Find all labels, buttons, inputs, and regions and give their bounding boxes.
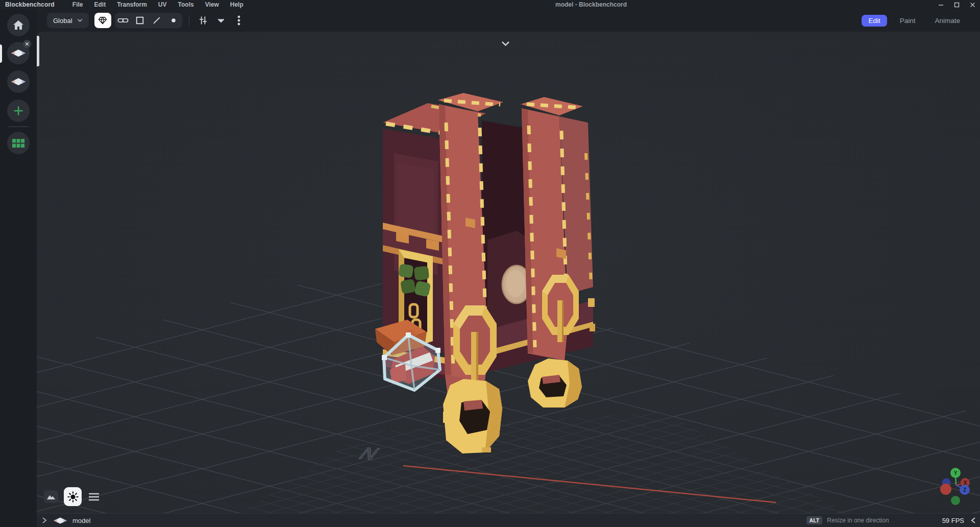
svg-text:Z: Z	[963, 487, 966, 493]
app-logo: Blockbenchcord	[5, 1, 55, 8]
viewport-menu-button[interactable]	[87, 491, 101, 502]
rectangle-tool-button[interactable]	[132, 13, 149, 28]
viewport-panel: N	[37, 32, 980, 513]
menu-tools[interactable]: Tools	[173, 0, 200, 9]
gem-tool-button-selected[interactable]	[94, 13, 111, 28]
home-icon	[12, 19, 24, 31]
mixer-sliders-icon	[198, 15, 208, 26]
background-image-button[interactable]	[44, 490, 58, 503]
chevron-left-icon	[971, 517, 976, 524]
titlebar: Blockbenchcord File Edit Transform UV To…	[0, 0, 980, 9]
viewport-menu-icon	[88, 493, 100, 501]
dot-icon	[169, 16, 178, 25]
window-title: model - Blockbenchcord	[555, 0, 627, 9]
close-project-badge[interactable]	[23, 40, 31, 48]
chevron-down-icon	[217, 18, 225, 23]
close-icon	[970, 2, 975, 8]
transform-space-select[interactable]: Global	[47, 13, 89, 28]
menu-file[interactable]: File	[67, 0, 89, 9]
status-bar: model ALT Resize in one direction 59 FPS	[37, 513, 980, 527]
mixer-sliders-button[interactable]	[196, 13, 210, 28]
blockbench-window: Blockbenchcord File Edit Transform UV To…	[0, 0, 980, 527]
plus-icon	[13, 105, 24, 116]
menu-uv[interactable]: UV	[153, 0, 173, 9]
mode-tabs: Edit Paint Animate	[862, 15, 967, 27]
menu-help[interactable]: Help	[225, 0, 249, 9]
minimize-button[interactable]	[935, 0, 946, 9]
gizmo-neg-x-ball	[940, 484, 951, 495]
square-outline-icon	[135, 16, 144, 25]
minimize-icon	[938, 2, 944, 8]
background-image-icon	[46, 493, 56, 500]
diagonal-line-icon	[152, 16, 161, 25]
gem-icon	[97, 15, 108, 26]
sidebar-divider	[8, 126, 29, 127]
sidebar-item-new-project[interactable]	[7, 100, 30, 122]
svg-text:Y: Y	[954, 470, 958, 476]
tab-edit-mode[interactable]: Edit	[862, 15, 887, 27]
project-diamond-icon	[10, 48, 27, 58]
sidebar-item-project-model[interactable]	[7, 42, 30, 64]
panel-drag-tab[interactable]	[37, 36, 39, 66]
maximize-icon	[954, 2, 960, 8]
chevron-down-icon	[501, 41, 510, 46]
chain-link-icon	[117, 16, 129, 25]
transform-space-value: Global	[53, 17, 72, 25]
statusbar-right: ALT Resize in one direction 59 FPS	[806, 516, 976, 524]
3d-viewport-canvas[interactable]: N	[37, 32, 980, 513]
sidebar-item-project-second[interactable]	[7, 70, 30, 93]
sidebar-item-grid-menu[interactable]	[7, 132, 30, 154]
project-sidebar	[0, 9, 37, 527]
toggle-shading-button[interactable]	[64, 487, 82, 506]
toolbar-overflow-button[interactable]	[232, 13, 246, 28]
tab-animate-mode[interactable]: Animate	[928, 15, 967, 27]
project-diamond-icon	[10, 77, 27, 87]
gizmo-neg-y-ball	[951, 496, 960, 505]
close-icon	[25, 42, 29, 46]
viewport-expand-button[interactable]	[499, 39, 512, 48]
menu-edit[interactable]: Edit	[89, 0, 112, 9]
close-button[interactable]	[967, 0, 978, 9]
toolbar-separator	[189, 15, 189, 26]
sun-shading-icon	[67, 491, 79, 502]
viewport-controls	[44, 487, 101, 506]
chevron-down-icon	[77, 18, 83, 22]
outliner-expand-button[interactable]	[40, 516, 49, 525]
project-diamond-icon	[53, 517, 67, 524]
kebab-menu-icon	[237, 15, 240, 26]
tool-group	[115, 13, 182, 28]
toolbar-expand-button[interactable]	[214, 13, 228, 28]
sidebar-item-home[interactable]	[7, 14, 30, 36]
sidebar-collapse-button[interactable]	[971, 517, 976, 524]
point-tool-button[interactable]	[165, 13, 182, 28]
line-tool-button[interactable]	[149, 13, 165, 28]
tab-paint-mode[interactable]: Paint	[893, 15, 922, 27]
active-project-indicator	[0, 44, 2, 63]
svg-text:X: X	[964, 480, 967, 486]
main-toolbar: Global	[37, 9, 980, 32]
hint-text: Resize in one direction	[827, 517, 889, 524]
maximize-button[interactable]	[951, 0, 962, 9]
link-tool-button[interactable]	[115, 13, 132, 28]
menu-transform[interactable]: Transform	[111, 0, 153, 9]
menu-view[interactable]: View	[200, 0, 225, 9]
window-controls	[935, 0, 978, 9]
outliner-root-node[interactable]: model	[72, 517, 90, 524]
grid-icon	[12, 139, 24, 148]
fps-counter: 59 FPS	[942, 517, 964, 524]
chevron-right-icon	[42, 517, 47, 524]
hint-key-badge: ALT	[806, 516, 823, 524]
